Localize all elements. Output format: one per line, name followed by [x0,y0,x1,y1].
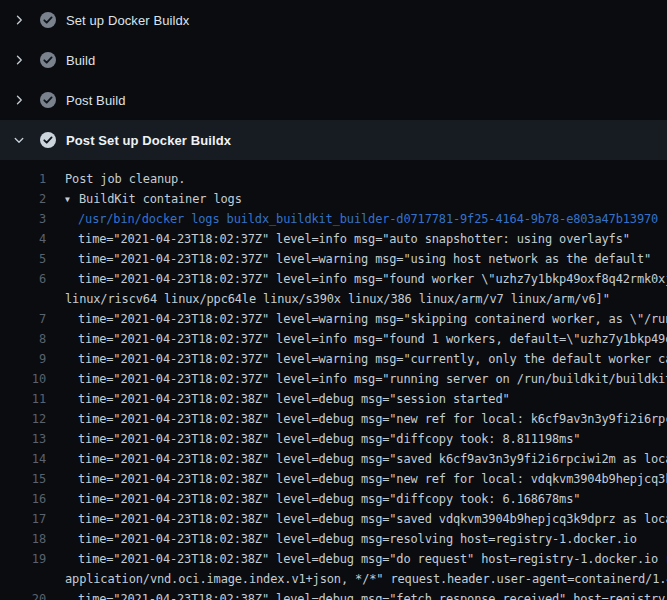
log-line-number[interactable]: 15 [0,472,46,486]
log-line-text: time="2021-04-23T18:02:38Z" level=debug … [46,532,637,546]
log-line: 4 time="2021-04-23T18:02:37Z" level=info… [0,229,667,249]
log-line-number[interactable]: 20 [0,592,46,600]
log-line-text: time="2021-04-23T18:02:38Z" level=debug … [46,592,667,600]
log-line-number[interactable]: 14 [0,452,46,466]
log-line-text: Post job cleanup. [46,172,185,186]
log-line-number[interactable]: 10 [0,372,46,386]
log-line-text: time="2021-04-23T18:02:38Z" level=debug … [46,452,667,466]
log-line-number[interactable]: 1 [0,172,46,186]
log-line: 12 time="2021-04-23T18:02:38Z" level=deb… [0,409,667,429]
step-title: Set up Docker Buildx [66,13,189,28]
log-line-text: time="2021-04-23T18:02:38Z" level=debug … [46,552,667,566]
step-row[interactable]: Post Set up Docker Buildx [0,120,667,160]
check-circle-icon [39,51,57,69]
log-line-number[interactable]: 8 [0,332,46,346]
log-line-number[interactable]: 2 [0,192,46,206]
step-row[interactable]: Build [0,40,667,80]
log-line-number[interactable]: 9 [0,352,46,366]
log-line: 15 time="2021-04-23T18:02:38Z" level=deb… [0,469,667,489]
check-circle-icon [39,11,57,29]
log-line-text: time="2021-04-23T18:02:38Z" level=debug … [46,492,580,506]
log-line: 16 time="2021-04-23T18:02:38Z" level=deb… [0,489,667,509]
log-line-text: time="2021-04-23T18:02:38Z" level=debug … [46,392,510,406]
log-line: 20 time="2021-04-23T18:02:38Z" level=deb… [0,589,667,600]
log-line: 2 ▼BuildKit container logs [0,189,667,209]
step-row[interactable]: Set up Docker Buildx [0,0,667,40]
log-line-text: time="2021-04-23T18:02:37Z" level=info m… [46,232,630,246]
log-line-text: time="2021-04-23T18:02:37Z" level=warnin… [46,252,651,266]
log-line-number[interactable]: 18 [0,532,46,546]
log-line: 6 time="2021-04-23T18:02:37Z" level=info… [0,269,667,289]
log-line: 10 time="2021-04-23T18:02:37Z" level=inf… [0,369,667,389]
log-line-text: time="2021-04-23T18:02:37Z" level=warnin… [46,352,667,366]
log-line-number[interactable]: 17 [0,512,46,526]
log-line-text: time="2021-04-23T18:02:37Z" level=warnin… [46,312,667,326]
log-line: 9 time="2021-04-23T18:02:37Z" level=warn… [0,349,667,369]
chevron-right-icon[interactable] [13,94,25,106]
log-line: 7 time="2021-04-23T18:02:37Z" level=warn… [0,309,667,329]
log-line-number[interactable]: 13 [0,432,46,446]
log-line-number[interactable]: 11 [0,392,46,406]
step-title: Post Set up Docker Buildx [66,133,231,148]
step-title: Build [66,53,95,68]
log-line: 1 Post job cleanup. [0,169,667,189]
log-line: 17 time="2021-04-23T18:02:38Z" level=deb… [0,509,667,529]
log-line: 13 time="2021-04-23T18:02:38Z" level=deb… [0,429,667,449]
check-circle-icon [39,131,57,149]
log-line-text: time="2021-04-23T18:02:38Z" level=debug … [46,472,667,486]
chevron-right-icon[interactable] [13,14,25,26]
chevron-down-icon[interactable] [13,134,25,146]
log-line: 11 time="2021-04-23T18:02:38Z" level=deb… [0,389,667,409]
chevron-right-icon[interactable] [13,54,25,66]
log-line: 5 time="2021-04-23T18:02:37Z" level=warn… [0,249,667,269]
log-line-number[interactable]: 6 [0,272,46,286]
log-line-text: application/vnd.oci.image.index.v1+json,… [46,572,667,586]
log-line: 8 time="2021-04-23T18:02:37Z" level=info… [0,329,667,349]
log-line: linux/riscv64 linux/ppc64le linux/s390x … [0,289,667,309]
log-line-text: linux/riscv64 linux/ppc64le linux/s390x … [46,292,610,306]
log-line-number[interactable]: 19 [0,552,46,566]
step-row[interactable]: Post Build [0,80,667,120]
log-line-text: time="2021-04-23T18:02:37Z" level=info m… [46,372,667,386]
log-line: application/vnd.oci.image.index.v1+json,… [0,569,667,589]
log-line: 18 time="2021-04-23T18:02:38Z" level=deb… [0,529,667,549]
log-line-number[interactable]: 5 [0,252,46,266]
log-line: 19 time="2021-04-23T18:02:38Z" level=deb… [0,549,667,569]
log-line-number[interactable]: 12 [0,412,46,426]
log-line-number[interactable]: 7 [0,312,46,326]
triangle-down-icon[interactable]: ▼ [65,195,79,204]
steps-list: Set up Docker Buildx Build Post Build Po… [0,0,667,160]
log-line-number[interactable]: 16 [0,492,46,506]
log-line-text: /usr/bin/docker logs buildx_buildkit_bui… [46,212,658,226]
check-circle-icon [39,91,57,109]
step-title: Post Build [66,93,126,108]
log-line-text: time="2021-04-23T18:02:37Z" level=info m… [46,272,667,286]
log-line-number[interactable]: 4 [0,232,46,246]
log-view: 1 Post job cleanup. 2 ▼BuildKit containe… [0,160,667,600]
log-line-text: time="2021-04-23T18:02:38Z" level=debug … [46,512,667,526]
log-line-number[interactable]: 3 [0,212,46,226]
log-line-text: ▼BuildKit container logs [46,192,242,206]
log-line-text: time="2021-04-23T18:02:38Z" level=debug … [46,412,667,426]
log-line: 14 time="2021-04-23T18:02:38Z" level=deb… [0,449,667,469]
log-line-text: time="2021-04-23T18:02:38Z" level=debug … [46,432,580,446]
log-line-text: time="2021-04-23T18:02:37Z" level=info m… [46,332,667,346]
log-line: 3 /usr/bin/docker logs buildx_buildkit_b… [0,209,667,229]
